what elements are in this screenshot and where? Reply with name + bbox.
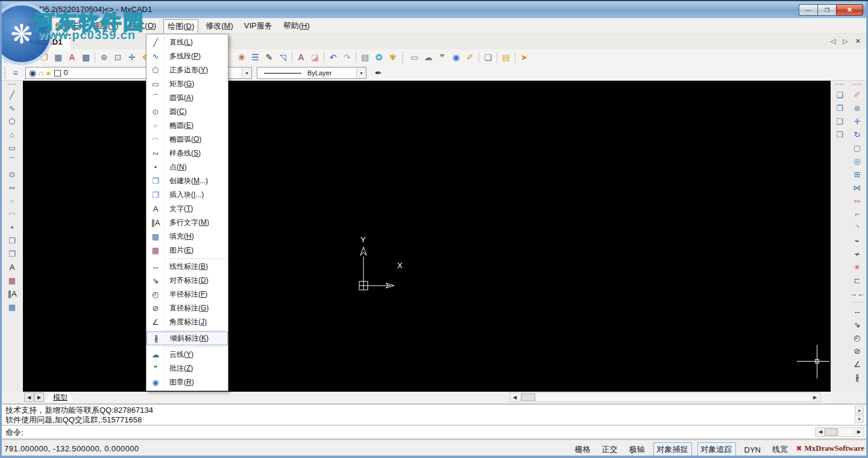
menubar-item-vip[interactable]: VIP服务 bbox=[241, 19, 276, 33]
toolbar-grip[interactable] bbox=[853, 84, 861, 86]
draw-menu-item-ellipse[interactable]: ○椭圆(E) bbox=[146, 119, 228, 133]
draw-menu-item-text[interactable]: A文字(T) bbox=[146, 202, 228, 216]
draworder-button-draworder-above[interactable]: ❑ bbox=[832, 114, 847, 128]
status-toggle-polar[interactable]: 极轴 bbox=[626, 443, 648, 456]
document-tab-mxcad1[interactable]: MxCAD1 bbox=[18, 34, 71, 49]
modify-button-array[interactable]: ⊞ bbox=[850, 168, 864, 181]
toolbar-grip[interactable] bbox=[4, 67, 8, 78]
draw-menu-item-circle[interactable]: ⊙圆(C) bbox=[146, 105, 228, 119]
modify-button-explode[interactable]: ✳ bbox=[850, 260, 864, 274]
scroll-up-button[interactable]: ▲ bbox=[855, 406, 864, 414]
linetype-combobox[interactable]: ByLayer ▾ bbox=[257, 67, 366, 79]
draw-button-ellipse[interactable]: ○ bbox=[5, 194, 19, 207]
draw-menu-item-spline[interactable]: ∾样条线(S) bbox=[146, 146, 228, 160]
draw-menu-item-rectangle[interactable]: ▭矩形(G) bbox=[146, 77, 228, 91]
toolbar-button-pencil[interactable]: ✐ bbox=[463, 51, 477, 64]
draw-menu-item-comment[interactable]: ❞批注(Z) bbox=[146, 362, 228, 375]
menubar-item-file[interactable]: 文件(F) bbox=[15, 19, 48, 33]
draw-menu-item-line[interactable]: ╱直线(L) bbox=[146, 36, 228, 49]
scrollbar-thumb[interactable] bbox=[521, 394, 535, 401]
draw-button-spline[interactable]: ∾ bbox=[5, 181, 19, 194]
command-horizontal-scrollbar[interactable]: ◀ ▶ bbox=[815, 427, 864, 437]
toolbar-grip[interactable] bbox=[8, 84, 16, 86]
modify-button-offset[interactable]: ◎ bbox=[850, 154, 864, 168]
scroll-down-button[interactable]: ▼ bbox=[855, 415, 864, 423]
toolbar-button-zoom-in[interactable]: ⊕ bbox=[97, 51, 111, 64]
draw-menu-item-polyline[interactable]: ∿多线段(P) bbox=[146, 49, 228, 63]
draw-button-rectangle[interactable]: ▭ bbox=[5, 141, 19, 154]
draw-menu-item-hatch[interactable]: ▩填充(H) bbox=[146, 230, 228, 243]
modify-button-fillet[interactable]: ⌐ bbox=[850, 207, 864, 221]
draw-button-polygon[interactable]: ⬠ bbox=[5, 114, 19, 128]
toolbar-button-save-all[interactable]: ▩ bbox=[79, 51, 93, 64]
command-vertical-scrollbar[interactable]: ▲ ▼ bbox=[855, 406, 865, 424]
draw-menu-item-dim-angular[interactable]: ∠角度标注(J) bbox=[146, 315, 228, 329]
draw-button-create-block[interactable]: ❐ bbox=[5, 247, 19, 260]
draw-menu-item-image[interactable]: ▦图片(E) bbox=[146, 243, 228, 257]
toolbar-button-undo[interactable]: ↶ bbox=[326, 51, 340, 64]
layout-next-button[interactable]: ▶ bbox=[34, 392, 44, 402]
toolbar-button-save[interactable]: ▦ bbox=[51, 51, 65, 64]
draw-menu-item-polygon[interactable]: ⬠正多边形(Y) bbox=[146, 63, 228, 77]
modify-button-dim-linear[interactable]: ↔ bbox=[850, 304, 864, 318]
scroll-right-button[interactable]: ▶ bbox=[810, 393, 820, 401]
menubar-item-draw[interactable]: 绘图(D) bbox=[163, 19, 198, 33]
draw-button-circle[interactable]: ⊙ bbox=[5, 168, 19, 181]
status-toggle-grid[interactable]: 栅格 bbox=[572, 443, 594, 456]
draw-button-hatch[interactable]: ▩ bbox=[5, 300, 19, 313]
draw-menu-item-ellipse-arc[interactable]: ◠椭圆弧(O) bbox=[146, 133, 228, 146]
modify-button-dim-aligned[interactable]: ⇘ bbox=[850, 318, 864, 331]
toolbar-button-zoom-window[interactable]: ⊡ bbox=[111, 51, 125, 64]
draw-button-polygon-2[interactable]: ⌂ bbox=[5, 128, 19, 141]
modify-button-dim-diameter[interactable]: ⊘ bbox=[850, 344, 864, 357]
draw-button-point[interactable]: • bbox=[5, 221, 19, 234]
modify-button-dim-radius[interactable]: ◴ bbox=[850, 331, 864, 344]
draw-button-polyline[interactable]: ∿ bbox=[5, 101, 19, 114]
scrollbar-thumb[interactable] bbox=[825, 428, 838, 436]
modify-button-stretch[interactable]: ⊏ bbox=[850, 274, 864, 287]
modify-button-break[interactable]: ⌁ bbox=[850, 234, 864, 247]
modify-button-mirror[interactable]: ⋈ bbox=[850, 181, 864, 194]
menubar-item-edit[interactable]: 编辑(E) bbox=[52, 19, 85, 33]
toolbar-grip[interactable] bbox=[835, 84, 844, 86]
toolbar-button-render-1[interactable]: ❂ bbox=[372, 51, 386, 64]
command-history[interactable]: 技术支持，新增功能等联系QQ:827867134 软件使用问题,加QQ交流群,:… bbox=[2, 404, 866, 425]
toolbar-button-notebook[interactable]: ▤ bbox=[499, 51, 513, 64]
toolbar-button-comment[interactable]: ❞ bbox=[435, 51, 449, 64]
layer-combo-arrow-icon[interactable]: ▾ bbox=[242, 67, 251, 78]
close-button[interactable]: ✕ bbox=[836, 4, 863, 16]
toolbar-button-redo[interactable]: ↷ bbox=[340, 51, 354, 64]
toolbar-button-cloud[interactable]: ☁ bbox=[421, 51, 435, 64]
linetype-combo-arrow-icon[interactable]: ▾ bbox=[356, 67, 366, 78]
toolbar-button-pointer[interactable]: ➤ bbox=[517, 51, 531, 64]
modify-button-dim-oblique[interactable]: ∦ bbox=[850, 371, 864, 384]
status-toggle-ortho[interactable]: 正交 bbox=[599, 443, 621, 456]
toolbar-button-brush[interactable]: ✎ bbox=[262, 51, 276, 64]
draw-menu-item-stamp[interactable]: ◉图章(R) bbox=[146, 375, 228, 389]
draw-menu-item-dim-radius[interactable]: ◴半径标注(F) bbox=[146, 287, 228, 301]
toolbar-button-tag[interactable]: ▭ bbox=[407, 51, 421, 64]
minimize-button[interactable]: — bbox=[799, 4, 817, 16]
model-tab[interactable]: 模型 bbox=[46, 392, 74, 402]
scroll-left-button[interactable]: ◀ bbox=[510, 393, 520, 401]
draw-button-arc[interactable]: ⌒ bbox=[5, 154, 19, 168]
drawing-canvas[interactable]: Y X bbox=[23, 81, 831, 392]
modify-button-break-at-point[interactable]: ≁ bbox=[850, 247, 864, 260]
menubar-item-modify[interactable]: 修改(M) bbox=[202, 19, 237, 33]
draw-menu-item-dim-oblique[interactable]: ∦倾斜标注(K) bbox=[146, 331, 228, 345]
draw-menu-item-revcloud[interactable]: ☁云线(Y) bbox=[146, 348, 228, 362]
modify-button-dim-angular[interactable]: ∠ bbox=[850, 357, 864, 371]
maximize-button[interactable]: ❐ bbox=[817, 4, 836, 16]
tab-close-icon[interactable]: ✕ bbox=[855, 37, 861, 45]
toolbar-button-erase[interactable]: ◪ bbox=[308, 51, 322, 64]
toolbar-button-open-drawing[interactable]: ❐ bbox=[37, 51, 51, 64]
modify-button-copy[interactable]: ⊛ bbox=[850, 101, 864, 114]
toolbar-button-pan[interactable]: ✛ bbox=[125, 51, 139, 64]
modify-button-rotate[interactable]: ↻ bbox=[850, 128, 864, 141]
toolbar-button-palette[interactable]: ❀ bbox=[234, 51, 248, 64]
toolbar-button-matchprop[interactable]: ✒ bbox=[371, 66, 385, 79]
menubar-item-format[interactable]: 格式(O) bbox=[125, 19, 160, 33]
layout-prev-button[interactable]: ◀ bbox=[24, 392, 34, 402]
modify-button-select-window[interactable]: ▢ bbox=[850, 141, 864, 154]
draworder-button-draworder-below[interactable]: ❒ bbox=[832, 128, 847, 141]
